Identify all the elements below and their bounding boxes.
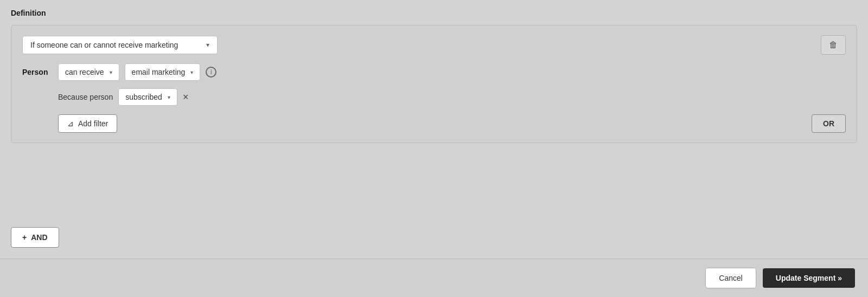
and-button[interactable]: + AND [11,227,59,248]
filter-icon: ⊿ [67,119,74,128]
because-label: Because person [58,93,113,101]
plus-icon: + [22,233,27,242]
trash-icon: 🗑 [829,40,838,50]
main-container: Definition If someone can or cannot rece… [0,0,868,297]
card-top-row: If someone can or cannot receive marketi… [22,35,846,55]
or-button[interactable]: OR [812,114,846,133]
person-label: Person [22,68,53,76]
remove-because-icon[interactable]: × [183,92,189,103]
and-section: + AND [0,216,868,259]
info-icon[interactable]: i [206,67,216,78]
subscribed-dropdown[interactable]: subscribed ▾ [118,88,177,106]
add-filter-button[interactable]: ⊿ Add filter [58,114,117,133]
email-marketing-dropdown[interactable]: email marketing ▾ [125,63,201,81]
update-segment-button[interactable]: Update Segment » [763,268,855,288]
footer-bar: Cancel Update Segment » [0,259,868,297]
definition-card: If someone can or cannot receive marketi… [11,25,857,143]
or-label: OR [823,119,834,128]
can-receive-arrow-icon: ▾ [110,69,112,75]
person-row: Person can receive ▾ email marketing ▾ i [22,63,846,81]
can-receive-dropdown[interactable]: can receive ▾ [58,63,119,81]
condition-dropdown[interactable]: If someone can or cannot receive marketi… [22,36,218,54]
and-label: AND [31,233,47,242]
email-marketing-label: email marketing [132,68,186,76]
subscribed-arrow-icon: ▾ [168,94,170,100]
condition-dropdown-label: If someone can or cannot receive marketi… [30,41,178,49]
cancel-button[interactable]: Cancel [705,268,756,288]
can-receive-label: can receive [65,68,104,76]
definition-title: Definition [11,9,857,17]
delete-button[interactable]: 🗑 [821,35,846,55]
definition-section: Definition If someone can or cannot rece… [0,0,868,216]
email-marketing-arrow-icon: ▾ [190,69,193,75]
because-row: Because person subscribed ▾ × [22,88,846,106]
subscribed-label: subscribed [125,93,162,101]
chevron-down-icon: ▾ [206,41,209,49]
filter-row: ⊿ Add filter OR [22,114,846,133]
add-filter-label: Add filter [78,119,108,128]
